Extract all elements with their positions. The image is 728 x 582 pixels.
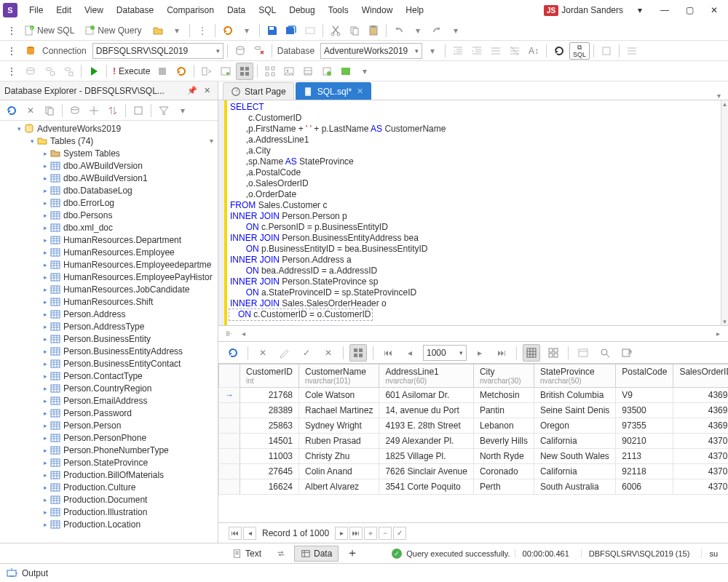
maximize-icon[interactable]: ▢ — [678, 2, 700, 18]
tree-item[interactable]: ▸Person.Person — [0, 419, 218, 431]
next-icon[interactable]: ▸ — [712, 328, 724, 340]
cell[interactable]: 21768 — [240, 388, 299, 403]
tree-arrow-icon[interactable]: ▸ — [41, 150, 50, 157]
prev-page-button[interactable]: ◂ — [401, 344, 419, 362]
menu-file[interactable]: File — [23, 3, 49, 17]
dropdown-icon[interactable]: ▾ — [168, 22, 186, 39]
cell[interactable]: 43698 — [673, 403, 728, 418]
minimize-icon[interactable]: — — [654, 2, 676, 18]
column-header[interactable]: Citynvarchar(30) — [473, 364, 534, 388]
cell[interactable]: Ruben Prasad — [299, 434, 379, 449]
dropdown-icon[interactable]: ▾ — [447, 22, 464, 39]
tree-arrow-icon[interactable]: ▸ — [41, 348, 50, 355]
cell[interactable]: 3541 Corte Poquito — [379, 479, 474, 495]
tree-item[interactable]: ▸dbo.AWBuildVersion — [0, 159, 218, 172]
case-button[interactable]: A↕ — [525, 42, 542, 60]
tree-arrow-icon[interactable]: ▸ — [41, 311, 50, 318]
tree-arrow-icon[interactable]: ▸ — [41, 224, 50, 231]
tree-item[interactable]: ▸Person.BusinessEntityAddress — [0, 345, 218, 357]
tool-button[interactable] — [60, 63, 77, 80]
tree-item[interactable]: ▸Person.EmailAddress — [0, 394, 218, 407]
tree-arrow-icon[interactable]: ▸ — [41, 162, 50, 170]
indent-button[interactable] — [468, 42, 486, 60]
grid-layout-button[interactable] — [523, 344, 540, 362]
cell[interactable]: 43697 — [673, 388, 728, 403]
nav-last-button[interactable]: ⏭ — [349, 527, 363, 540]
tree-item[interactable]: ▸Person.StateProvince — [0, 456, 218, 469]
tool-button[interactable] — [22, 63, 39, 80]
tree-item[interactable]: ▸dbo.DatabaseLog — [0, 184, 218, 196]
tree-item[interactable]: ▸Production.Culture — [0, 481, 218, 493]
menu-edit[interactable]: Edit — [50, 3, 77, 17]
table-row[interactable]: 11003Christy Zhu1825 Village Pl.North Ry… — [219, 449, 729, 464]
refresh-top-button[interactable] — [219, 22, 237, 39]
paste-button[interactable] — [365, 22, 382, 39]
data-view-button[interactable]: Data — [294, 546, 339, 562]
tool-button[interactable] — [198, 63, 215, 80]
export-button[interactable] — [618, 344, 636, 362]
tree-arrow-icon[interactable]: ▸ — [41, 335, 50, 343]
tool-button[interactable] — [299, 63, 317, 80]
menu-tools[interactable]: Tools — [323, 3, 355, 17]
tree-arrow-icon[interactable]: ▸ — [41, 484, 50, 491]
menu-debug[interactable]: Debug — [283, 3, 320, 17]
tree-arrow-icon[interactable]: ▸ — [41, 447, 50, 454]
tree-item[interactable]: ▸Person.BusinessEntity — [0, 332, 218, 345]
cell[interactable]: 16624 — [240, 479, 299, 495]
scroll-down-icon[interactable]: ▼ — [721, 318, 728, 325]
tree-item[interactable]: ▸Person.AddressType — [0, 320, 218, 332]
tree-item[interactable]: ▸Production.Illustration — [0, 506, 218, 518]
dropdown-icon[interactable]: ▾ — [174, 102, 191, 119]
filter-button[interactable] — [155, 102, 173, 119]
cell[interactable]: British Columbia — [534, 388, 615, 403]
cell[interactable]: V9 — [616, 388, 673, 403]
table-row[interactable]: 28389Rachael Martinez14, avenue du PortP… — [219, 403, 729, 418]
cell[interactable]: 27645 — [240, 464, 299, 479]
tool-button[interactable] — [66, 102, 84, 119]
save-all-button[interactable] — [282, 22, 300, 39]
tree-arrow-icon[interactable]: ▸ — [41, 298, 50, 306]
tree-arrow-icon[interactable]: ▸ — [41, 410, 50, 417]
tool-button[interactable] — [104, 102, 122, 119]
cell[interactable]: Lebanon — [473, 418, 534, 434]
close-icon[interactable]: ✕ — [703, 2, 725, 18]
tree-item[interactable]: ▸HumanResources.EmployeePayHistor — [0, 271, 218, 283]
panel-close-icon[interactable]: ✕ — [200, 84, 213, 97]
commit-button[interactable]: ✓ — [298, 344, 315, 362]
splitter-grip-icon[interactable]: ⊪ — [223, 328, 234, 340]
pin-icon[interactable]: 📌 — [186, 84, 199, 97]
grip-icon[interactable]: ⋮ — [3, 63, 20, 80]
tree-arrow-icon[interactable]: ▸ — [41, 434, 50, 442]
list-button[interactable] — [623, 42, 641, 60]
grid-mode-button[interactable] — [349, 344, 367, 362]
table-row[interactable]: →21768Cole Watson601 Asilomar Dr.Metchos… — [219, 388, 729, 403]
code-content[interactable]: SELECT c.CustomerID ,p.FirstName + ' ' +… — [227, 100, 728, 325]
cell[interactable]: 1825 Village Pl. — [379, 449, 474, 464]
results-grid[interactable]: CustomerIDintCustomerNamenvarchar(101)Ad… — [218, 364, 728, 522]
cell[interactable]: 4193 E. 28th Street — [379, 418, 474, 434]
cell[interactable]: 97355 — [616, 418, 673, 434]
dropdown-icon[interactable]: ▾ — [356, 63, 373, 80]
cell[interactable]: 7626 Sinclair Avenue — [379, 464, 474, 479]
cell[interactable]: Albert Alvarez — [299, 479, 379, 495]
column-header[interactable]: SalesOrderID — [673, 364, 728, 388]
cell[interactable]: 92118 — [616, 464, 673, 479]
table-row[interactable]: 25863Sydney Wright4193 E. 28th StreetLeb… — [219, 418, 729, 434]
scroll-up-icon[interactable]: ▲ — [721, 100, 728, 108]
tree-item[interactable]: ▸Production.Document — [0, 493, 218, 506]
tree-item[interactable]: ▸HumanResources.Employeedepartme — [0, 258, 218, 271]
cell[interactable]: Beverly Hills — [473, 434, 534, 449]
sql-profiler-button[interactable]: ⧉SQL — [569, 42, 590, 60]
tree-item[interactable]: ▸HumanResources.JobCandidate — [0, 283, 218, 295]
cell[interactable]: 43699 — [673, 418, 728, 434]
nav-next-button[interactable]: ▸ — [335, 527, 348, 540]
new-query-button[interactable]: New Query — [82, 22, 148, 39]
dropdown-icon[interactable]: ▾ — [424, 42, 441, 60]
tree-arrow-icon[interactable]: ▸ — [41, 323, 50, 330]
cancel-button[interactable]: ✕ — [254, 344, 272, 362]
tree-arrow-icon[interactable]: ▸ — [41, 360, 50, 367]
editor-scrollbar[interactable]: ▲ ▼ — [721, 100, 728, 325]
cell[interactable]: 601 Asilomar Dr. — [379, 388, 474, 403]
cell[interactable]: North Ryde — [473, 449, 534, 464]
tool-button[interactable] — [217, 63, 234, 80]
